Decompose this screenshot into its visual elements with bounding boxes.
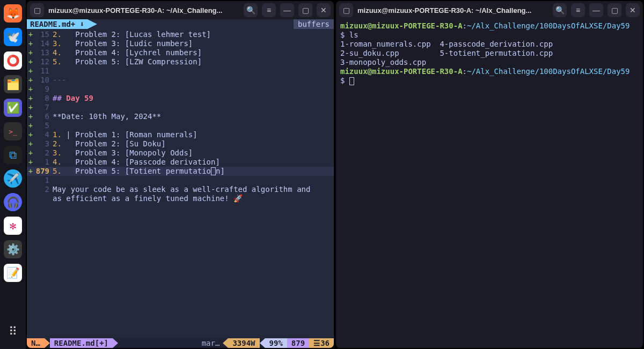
close-button[interactable]: ✕ (626, 3, 640, 17)
todo-icon[interactable]: ✅ (4, 99, 22, 117)
menu-button[interactable]: ≡ (571, 3, 585, 17)
code-line[interactable]: +14. Problem 4: [Passcode derivation] (27, 158, 334, 167)
new-tab-button[interactable]: ▢ (339, 3, 353, 17)
code-line[interactable]: +8795. Problem 5: [Totient permutation] (27, 167, 334, 176)
search-button[interactable]: 🔍 (553, 3, 567, 17)
code-line[interactable]: +152. Problem 2: [Lucas lehmer test] (27, 30, 334, 39)
code-line[interactable]: as efficient as a finely tuned machine! … (27, 194, 334, 203)
mode-indicator: N… (27, 338, 45, 348)
editor-window-title: mizuux@mizuux-PORTEGE-R30-A: ~/Alx_Chall… (48, 6, 239, 14)
statusline: N… README.md[+] mar… 3394W 99% 879 ☰36 (27, 338, 334, 348)
editor-titlebar: ▢ mizuux@mizuux-PORTEGE-R30-A: ~/Alx_Cha… (27, 1, 334, 19)
workspace: ▢ mizuux@mizuux-PORTEGE-R30-A: ~/Alx_Cha… (26, 0, 644, 349)
close-button[interactable]: ✕ (317, 3, 331, 17)
files-icon[interactable]: 🗂️ (4, 75, 22, 93)
discord-icon[interactable]: 🎧 (4, 193, 22, 211)
firefox-icon[interactable]: 🦊 (4, 4, 22, 23)
code-line[interactable]: +125. Problem 5: [LZW Compression] (27, 57, 334, 66)
code-line[interactable]: 1 (27, 176, 334, 185)
status-col: ☰36 (309, 338, 334, 348)
status-percent: 99% (265, 338, 287, 348)
telegram-icon[interactable]: ✈️ (4, 169, 22, 188)
code-area[interactable]: +152. Problem 2: [Lucas lehmer test]+143… (27, 29, 334, 338)
code-line[interactable]: +134. Problem 4: [Lychrel numbers] (27, 48, 334, 57)
terminal-window-title: mizuux@mizuux-PORTEGE-R30-A: ~/Alx_Chall… (357, 6, 548, 14)
code-line[interactable]: +143. Problem 3: [Ludic numbers] (27, 39, 334, 48)
buffer-header: README.md+ ⬇ buffers (27, 19, 334, 29)
code-line[interactable]: +11 (27, 66, 334, 76)
code-line[interactable]: +6**Date: 10th May, 2024** (27, 112, 334, 121)
status-diagnostics: 3394W (228, 338, 259, 348)
code-line[interactable]: +5 (27, 121, 334, 130)
code-line[interactable]: +32. Problem 2: [Su Doku] (27, 139, 334, 148)
terminal-titlebar: ▢ mizuux@mizuux-PORTEGE-R30-A: ~/Alx_Cha… (336, 1, 643, 19)
menu-button[interactable]: ≡ (262, 3, 276, 17)
terminal-icon[interactable]: >_ (4, 122, 22, 140)
code-line[interactable]: +8## Day 59 (27, 94, 334, 103)
new-tab-button[interactable]: ▢ (30, 3, 44, 17)
vscode-icon[interactable]: ⧉ (4, 146, 22, 164)
show-apps-icon[interactable]: ⠿ (4, 322, 22, 340)
chrome-icon[interactable]: ⭕ (4, 51, 22, 70)
maximize-button[interactable]: ▢ (608, 3, 621, 17)
code-line[interactable]: +9 (27, 85, 334, 94)
search-button[interactable]: 🔍 (244, 3, 258, 17)
settings-icon[interactable]: ⚙️ (4, 240, 22, 258)
thunderbird-icon[interactable]: 🕊️ (4, 28, 22, 46)
dock: 🦊 🕊️ ⭕ 🗂️ ✅ >_ ⧉ ✈️ 🎧 ✻ ⚙️ 📝 ⠿ (0, 0, 26, 349)
minimize-button[interactable]: — (589, 3, 603, 17)
status-filename: README.md[+] (50, 338, 113, 348)
minimize-button[interactable]: — (280, 3, 294, 17)
editor-body[interactable]: README.md+ ⬇ buffers +152. Problem 2: [L… (27, 19, 334, 348)
slack-icon[interactable]: ✻ (4, 217, 22, 235)
code-line[interactable]: +7 (27, 103, 334, 112)
status-mid: mar… (118, 338, 223, 348)
buffers-label[interactable]: buffers (294, 19, 334, 29)
text-editor-icon[interactable]: 📝 (4, 264, 22, 282)
terminal-body[interactable]: mizuux@mizuux-PORTEGE-R30-A:~/Alx_Challe… (336, 19, 643, 348)
buffer-tab[interactable]: README.md+ ⬇ (27, 19, 87, 29)
code-line[interactable]: +41. | Problem 1: [Roman numerals] (27, 130, 334, 139)
code-line[interactable]: +10--- (27, 76, 334, 85)
editor-window: ▢ mizuux@mizuux-PORTEGE-R30-A: ~/Alx_Cha… (27, 1, 334, 348)
terminal-window: ▢ mizuux@mizuux-PORTEGE-R30-A: ~/Alx_Cha… (336, 1, 643, 348)
code-line[interactable]: 2May your code be as sleek as a well-cra… (27, 185, 334, 194)
status-line: 879 (287, 338, 309, 348)
code-line[interactable]: +23. Problem 3: [Monopoly Odds] (27, 148, 334, 158)
maximize-button[interactable]: ▢ (298, 3, 312, 17)
